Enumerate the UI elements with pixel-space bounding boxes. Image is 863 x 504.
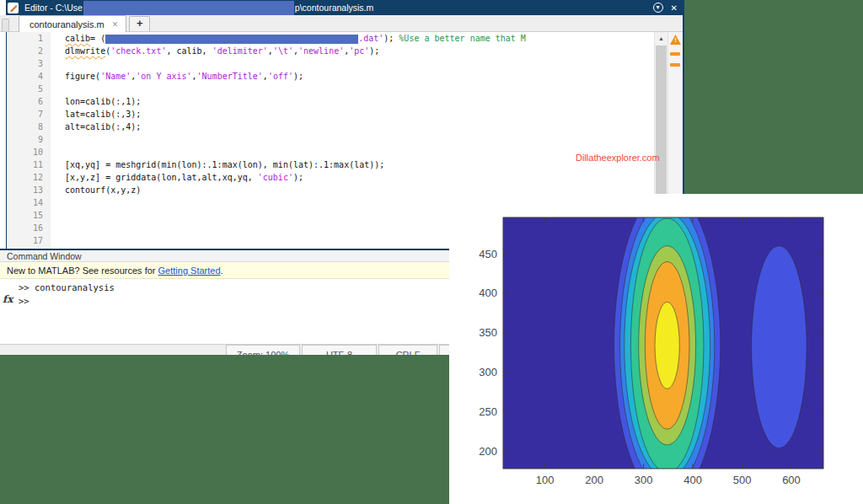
- code-segment: );: [293, 173, 303, 182]
- line-number[interactable]: 13: [7, 184, 43, 196]
- line-number[interactable]: 7: [7, 108, 43, 121]
- banner-text: New to MATLAB? See resources for: [7, 265, 158, 276]
- tab-close-icon[interactable]: ✕: [112, 20, 119, 29]
- editor-tab-strip: contouranalysis.m ✕ +: [0, 15, 683, 32]
- title-redaction-box: [83, 1, 294, 15]
- y-tick-label: 200: [479, 445, 497, 458]
- code-segment: calib: [65, 34, 90, 43]
- code-segment: 'on Y axis': [136, 72, 191, 81]
- y-tick-label: 400: [479, 287, 497, 299]
- tab-label: contouranalysis.m: [29, 19, 105, 29]
- code-redaction-box: [105, 35, 358, 44]
- panel-handle[interactable]: [2, 19, 9, 31]
- code-segment: );: [383, 34, 399, 43]
- code-line[interactable]: [x,y,z] = griddata(lon,lat,alt,xq,yq, 'c…: [65, 171, 654, 184]
- contour-secondary-ellipse: [752, 246, 807, 448]
- line-number[interactable]: 6: [7, 95, 43, 108]
- tab-contouranalysis[interactable]: contouranalysis.m ✕: [19, 15, 126, 32]
- window-title-head: Editor - C:\Use: [24, 3, 83, 13]
- x-tick-label: 100: [536, 474, 555, 486]
- line-number[interactable]: 3: [7, 57, 43, 70]
- y-tick-label: 250: [479, 405, 497, 418]
- code-segment: );: [369, 46, 379, 56]
- window-menu-icon[interactable]: ▾: [653, 3, 663, 13]
- scrollbar-thumb[interactable]: [656, 46, 667, 196]
- code-line[interactable]: alt=calib(:,4);: [65, 121, 654, 133]
- new-tab-button[interactable]: +: [129, 16, 150, 31]
- watermark-text: Dillatheexplorer.com: [576, 153, 660, 163]
- command-history-line: >> contouranalysis: [19, 282, 115, 292]
- line-number[interactable]: 15: [7, 209, 43, 222]
- y-tick-label: 450: [479, 248, 497, 260]
- code-segment: 'cubic': [258, 173, 293, 182]
- y-tick-label: 300: [479, 366, 497, 378]
- window-title-tail: p\contouranalysis.m: [295, 3, 373, 13]
- code-segment: 'off': [268, 72, 293, 81]
- code-segment: '\t': [273, 46, 293, 56]
- matlab-figure-window[interactable]: 100200300400500600200250300350400450: [449, 194, 863, 504]
- line-number[interactable]: 16: [7, 222, 43, 234]
- code-segment: 'check.txt': [110, 46, 166, 56]
- command-prompt[interactable]: >>: [19, 296, 29, 306]
- line-number[interactable]: 2: [7, 45, 43, 57]
- x-tick-label: 500: [733, 474, 752, 486]
- code-segment: dlmwrite: [65, 46, 105, 56]
- code-segment: 'delimiter': [212, 46, 268, 56]
- getting-started-link[interactable]: Getting Started: [158, 265, 221, 276]
- status-segment[interactable]: CRLF: [378, 345, 437, 355]
- code-line[interactable]: [xq,yq] = meshgrid(min(lon):.1:max(lon),…: [65, 158, 654, 171]
- code-segment: contourf(x,y,z): [65, 185, 141, 195]
- x-tick-label: 600: [782, 474, 801, 486]
- y-tick-label: 350: [479, 326, 497, 339]
- code-segment: lat=calib(:,3);: [65, 110, 141, 119]
- code-segment: );: [293, 72, 303, 81]
- line-number[interactable]: 10: [7, 146, 43, 158]
- code-line[interactable]: lat=calib(:,3);: [65, 108, 654, 121]
- code-line[interactable]: lon=calib(:,1);: [65, 95, 654, 108]
- contour-plot: 100200300400500600200250300350400450: [449, 194, 863, 504]
- x-tick-label: 200: [585, 474, 603, 486]
- scrollbar-up-icon[interactable]: ▲: [655, 32, 667, 45]
- contour-ring-level-7: [655, 302, 679, 389]
- code-segment: .dat': [358, 34, 383, 43]
- code-line[interactable]: calib= (.dat'); %Use a better name that …: [65, 32, 654, 45]
- x-tick-label: 400: [683, 474, 702, 486]
- editor-window-icon: [8, 3, 19, 13]
- line-number[interactable]: 14: [7, 196, 43, 209]
- fx-button[interactable]: fx: [3, 293, 13, 305]
- line-number[interactable]: 5: [7, 83, 43, 95]
- code-segment: %Use a better name that M: [399, 34, 526, 43]
- line-number[interactable]: 8: [7, 121, 43, 133]
- line-number[interactable]: 9: [7, 133, 43, 146]
- x-tick-label: 300: [635, 474, 653, 486]
- code-line[interactable]: [65, 83, 654, 95]
- code-segment: 'pc': [349, 46, 369, 56]
- code-line[interactable]: [65, 133, 654, 146]
- line-number[interactable]: 17: [7, 234, 43, 247]
- line-number[interactable]: 4: [7, 70, 43, 83]
- line-number[interactable]: 12: [7, 171, 43, 184]
- code-line[interactable]: [65, 57, 654, 70]
- code-line[interactable]: [65, 146, 654, 158]
- status-segment[interactable]: UTF-8: [302, 345, 377, 355]
- warning-icon[interactable]: !: [670, 35, 681, 45]
- code-segment: alt=calib(:,4);: [65, 122, 141, 131]
- code-segment: 'newline': [298, 46, 344, 56]
- status-segment[interactable]: Zoom: 100%: [226, 345, 300, 355]
- code-line[interactable]: figure('Name','on Y axis','NumberTitle',…: [65, 70, 654, 83]
- code-segment: figure(: [65, 72, 100, 81]
- window-close-icon[interactable]: ✕: [671, 3, 678, 13]
- code-line[interactable]: dlmwrite('check.txt', calib, 'delimiter'…: [65, 45, 654, 57]
- code-segment: 'NumberTitle': [197, 72, 263, 81]
- warning-marker-line1[interactable]: [670, 52, 680, 56]
- line-number[interactable]: 1: [7, 32, 43, 45]
- warning-marker-line2[interactable]: [670, 63, 680, 67]
- code-segment: , calib,: [166, 46, 212, 56]
- editor-titlebar[interactable]: Editor - C:\Use p\contouranalysis.m ▾ ✕: [6, 0, 683, 15]
- line-number[interactable]: 11: [7, 158, 43, 171]
- code-segment: lon=calib(:,1);: [65, 97, 141, 106]
- code-segment: [xq,yq] = meshgrid(min(lon):.1:max(lon),…: [65, 160, 384, 169]
- code-segment: = (: [90, 34, 105, 43]
- line-number-gutter[interactable]: 1234567891011121314151617: [7, 32, 51, 249]
- desktop: Editor - C:\Use p\contouranalysis.m ▾ ✕ …: [0, 0, 863, 504]
